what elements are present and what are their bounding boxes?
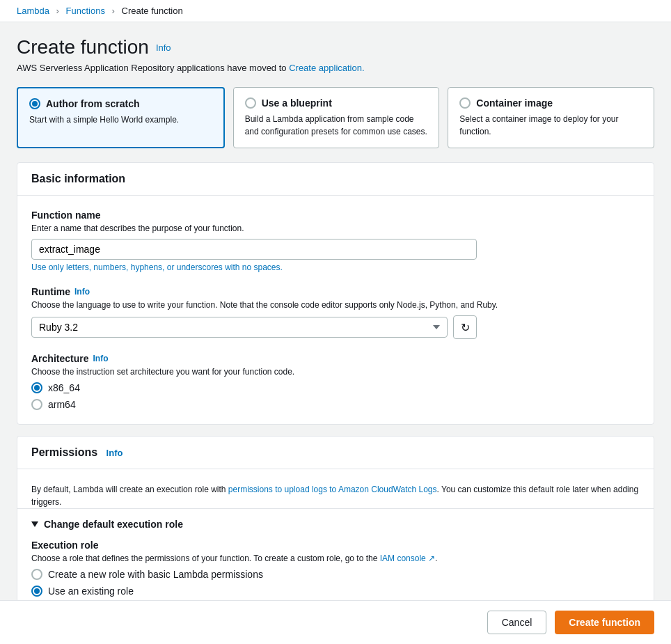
runtime-select-wrapper: Ruby 3.2 Node.js 20.x Node.js 18.x Pytho… (31, 315, 477, 339)
function-name-field: Function name Enter a name that describe… (31, 210, 640, 272)
collapse-arrow-icon (31, 521, 38, 527)
architecture-label: Architecture Info (31, 353, 640, 364)
function-name-label: Function name (31, 210, 640, 221)
runtime-select[interactable]: Ruby 3.2 Node.js 20.x Node.js 18.x Pytho… (31, 317, 448, 338)
method-use-blueprint[interactable]: Use a blueprint Build a Lambda applicati… (233, 87, 440, 148)
execution-role-use-existing-label: Use an existing role (48, 586, 134, 597)
method-author-label: Author from scratch (46, 98, 140, 109)
runtime-field: Runtime Info Choose the language to use … (31, 286, 640, 339)
page-info-link[interactable]: Info (156, 42, 171, 53)
execution-role-use-existing[interactable]: Use an existing role (31, 586, 640, 597)
permissions-note: By default, Lambda will create an execut… (31, 483, 640, 508)
breadcrumb-functions-link[interactable]: Functions (66, 6, 105, 16)
method-blueprint-desc: Build a Lambda application from sample c… (245, 113, 428, 138)
runtime-label: Runtime Info (31, 286, 640, 297)
runtime-refresh-button[interactable]: ↻ (453, 315, 477, 339)
breadcrumb-lambda-link[interactable]: Lambda (17, 6, 49, 16)
method-author-from-scratch[interactable]: Author from scratch Start with a simple … (17, 87, 225, 148)
architecture-arm64-option[interactable]: arm64 (31, 399, 640, 410)
execution-role-create-new[interactable]: Create a new role with basic Lambda perm… (31, 569, 640, 580)
create-function-button[interactable]: Create function (555, 611, 654, 634)
basic-info-section: Basic information Function name Enter a … (17, 162, 654, 425)
footer: Cancel Create function (0, 600, 671, 644)
breadcrumb-sep-2: › (112, 6, 115, 16)
execution-role-toggle[interactable]: Change default execution role (17, 509, 654, 540)
execution-role-label: Execution role (31, 540, 640, 551)
architecture-field: Architecture Info Choose the instruction… (31, 353, 640, 410)
execution-role-hint: Choose a role that defines the permissio… (31, 553, 640, 563)
radio-create-new-role (31, 569, 42, 580)
method-container-image[interactable]: Container image Select a container image… (448, 87, 654, 148)
function-name-constraint: Use only letters, numbers, hyphens, or u… (31, 262, 640, 272)
breadcrumb-current: Create function (122, 6, 183, 16)
architecture-x86-label: x86_64 (48, 382, 80, 393)
breadcrumb: Lambda › Functions › Create function (0, 0, 671, 22)
execution-role-collapsible-title: Change default execution role (44, 519, 183, 530)
radio-use-blueprint (245, 97, 256, 109)
radio-x86 (31, 382, 42, 393)
method-blueprint-label: Use a blueprint (262, 97, 332, 109)
page-title: Create function (17, 36, 149, 58)
architecture-info-link[interactable]: Info (93, 354, 108, 363)
runtime-info-link[interactable]: Info (74, 287, 90, 297)
page-subtitle: AWS Serverless Application Repository ap… (17, 63, 654, 73)
function-name-input[interactable] (31, 239, 477, 260)
method-author-desc: Start with a simple Hello World example. (29, 113, 212, 126)
cancel-button[interactable]: Cancel (487, 611, 547, 634)
method-container-desc: Select a container image to deploy for y… (459, 113, 642, 138)
breadcrumb-sep-1: › (56, 6, 59, 16)
architecture-radio-group: x86_64 arm64 (31, 382, 640, 410)
radio-use-existing (31, 586, 42, 597)
iam-console-link[interactable]: IAM console ↗ (380, 553, 435, 563)
architecture-arm64-label: arm64 (48, 399, 76, 410)
architecture-hint: Choose the instruction set architecture … (31, 367, 640, 377)
permissions-info-link[interactable]: Info (106, 448, 123, 458)
permissions-cloudwatch-link[interactable]: permissions to upload logs to Amazon Clo… (228, 485, 437, 494)
create-application-link[interactable]: Create application. (289, 63, 364, 73)
execution-role-create-new-label: Create a new role with basic Lambda perm… (48, 569, 263, 580)
method-container-label: Container image (476, 97, 553, 109)
radio-container-image (459, 97, 471, 109)
basic-info-header: Basic information (17, 163, 654, 196)
runtime-hint: Choose the language to use to write your… (31, 300, 640, 310)
creation-method-group: Author from scratch Start with a simple … (17, 87, 654, 148)
function-name-hint: Enter a name that describes the purpose … (31, 223, 640, 233)
radio-author-from-scratch (29, 98, 40, 109)
architecture-x86-option[interactable]: x86_64 (31, 382, 640, 393)
permissions-header: Permissions Info (17, 437, 654, 469)
radio-arm64 (31, 399, 42, 410)
